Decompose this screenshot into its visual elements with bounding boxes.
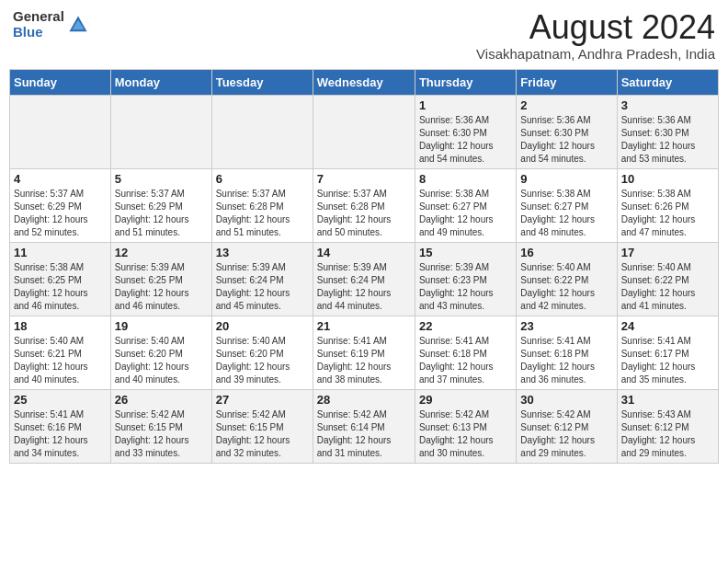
day-number: 13 <box>216 246 309 259</box>
calendar-cell: 3Sunrise: 5:36 AM Sunset: 6:30 PM Daylig… <box>617 95 718 168</box>
day-number: 7 <box>317 172 411 186</box>
day-info: Sunrise: 5:42 AM Sunset: 6:13 PM Dayligh… <box>419 408 512 460</box>
day-number: 25 <box>14 393 107 407</box>
calendar-week-2: 4Sunrise: 5:37 AM Sunset: 6:29 PM Daylig… <box>10 168 719 242</box>
day-number: 21 <box>317 319 411 333</box>
calendar-cell: 15Sunrise: 5:39 AM Sunset: 6:23 PM Dayli… <box>415 242 516 316</box>
calendar-cell: 10Sunrise: 5:38 AM Sunset: 6:26 PM Dayli… <box>617 168 718 242</box>
calendar-cell <box>10 95 111 168</box>
logo-icon <box>68 15 88 35</box>
calendar-cell: 16Sunrise: 5:40 AM Sunset: 6:22 PM Dayli… <box>517 242 617 316</box>
month-year: August 2024 <box>476 9 715 46</box>
day-number: 2 <box>520 98 612 112</box>
day-number: 15 <box>419 246 512 259</box>
day-info: Sunrise: 5:40 AM Sunset: 6:22 PM Dayligh… <box>520 261 612 313</box>
day-number: 24 <box>621 319 714 333</box>
calendar-cell: 21Sunrise: 5:41 AM Sunset: 6:19 PM Dayli… <box>313 316 415 389</box>
day-number: 8 <box>419 172 512 186</box>
day-info: Sunrise: 5:40 AM Sunset: 6:21 PM Dayligh… <box>14 335 107 386</box>
day-info: Sunrise: 5:41 AM Sunset: 6:18 PM Dayligh… <box>419 335 512 386</box>
title-block: August 2024 Visakhapatnam, Andhra Prades… <box>476 9 715 62</box>
calendar-cell: 26Sunrise: 5:42 AM Sunset: 6:15 PM Dayli… <box>110 389 211 463</box>
header-day-wednesday: Wednesday <box>313 69 415 95</box>
header-day-thursday: Thursday <box>415 69 516 95</box>
day-info: Sunrise: 5:41 AM Sunset: 6:17 PM Dayligh… <box>621 335 714 386</box>
page-header: General Blue August 2024 Visakhapatnam, … <box>9 9 719 62</box>
calendar-cell: 4Sunrise: 5:37 AM Sunset: 6:29 PM Daylig… <box>10 168 111 242</box>
day-number: 18 <box>14 319 107 333</box>
calendar-cell: 22Sunrise: 5:41 AM Sunset: 6:18 PM Dayli… <box>415 316 516 389</box>
calendar-cell: 2Sunrise: 5:36 AM Sunset: 6:30 PM Daylig… <box>517 95 617 168</box>
day-info: Sunrise: 5:41 AM Sunset: 6:16 PM Dayligh… <box>14 408 107 460</box>
day-number: 9 <box>520 172 612 186</box>
day-info: Sunrise: 5:42 AM Sunset: 6:15 PM Dayligh… <box>216 408 309 460</box>
day-number: 31 <box>621 393 714 407</box>
calendar-cell <box>110 95 211 168</box>
calendar-week-1: 1Sunrise: 5:36 AM Sunset: 6:30 PM Daylig… <box>10 95 719 168</box>
day-info: Sunrise: 5:38 AM Sunset: 6:26 PM Dayligh… <box>621 188 714 239</box>
day-number: 27 <box>216 393 309 407</box>
day-number: 11 <box>14 246 107 259</box>
day-info: Sunrise: 5:36 AM Sunset: 6:30 PM Dayligh… <box>621 114 714 166</box>
day-info: Sunrise: 5:40 AM Sunset: 6:20 PM Dayligh… <box>216 335 309 386</box>
calendar-cell: 9Sunrise: 5:38 AM Sunset: 6:27 PM Daylig… <box>517 168 617 242</box>
calendar-cell: 14Sunrise: 5:39 AM Sunset: 6:24 PM Dayli… <box>313 242 415 316</box>
day-info: Sunrise: 5:36 AM Sunset: 6:30 PM Dayligh… <box>520 114 612 166</box>
day-info: Sunrise: 5:42 AM Sunset: 6:12 PM Dayligh… <box>520 408 612 460</box>
day-number: 17 <box>621 246 714 259</box>
day-info: Sunrise: 5:37 AM Sunset: 6:28 PM Dayligh… <box>317 188 411 239</box>
day-number: 6 <box>216 172 309 186</box>
logo-blue-text: Blue <box>13 25 64 40</box>
day-info: Sunrise: 5:39 AM Sunset: 6:25 PM Dayligh… <box>115 261 208 313</box>
day-number: 20 <box>216 319 309 333</box>
day-info: Sunrise: 5:39 AM Sunset: 6:24 PM Dayligh… <box>216 261 309 313</box>
day-number: 28 <box>317 393 411 407</box>
calendar-cell: 30Sunrise: 5:42 AM Sunset: 6:12 PM Dayli… <box>517 389 617 463</box>
day-info: Sunrise: 5:37 AM Sunset: 6:28 PM Dayligh… <box>216 188 309 239</box>
header-day-monday: Monday <box>110 69 211 95</box>
day-info: Sunrise: 5:38 AM Sunset: 6:27 PM Dayligh… <box>419 188 512 239</box>
calendar-cell: 20Sunrise: 5:40 AM Sunset: 6:20 PM Dayli… <box>211 316 313 389</box>
day-info: Sunrise: 5:42 AM Sunset: 6:15 PM Dayligh… <box>115 408 208 460</box>
day-number: 30 <box>520 393 612 407</box>
day-number: 22 <box>419 319 512 333</box>
day-info: Sunrise: 5:38 AM Sunset: 6:27 PM Dayligh… <box>520 188 612 239</box>
day-number: 14 <box>317 246 411 259</box>
day-info: Sunrise: 5:42 AM Sunset: 6:14 PM Dayligh… <box>317 408 411 460</box>
day-info: Sunrise: 5:37 AM Sunset: 6:29 PM Dayligh… <box>14 188 107 239</box>
calendar-cell: 19Sunrise: 5:40 AM Sunset: 6:20 PM Dayli… <box>110 316 211 389</box>
calendar-cell: 11Sunrise: 5:38 AM Sunset: 6:25 PM Dayli… <box>10 242 111 316</box>
location: Visakhapatnam, Andhra Pradesh, India <box>476 46 715 62</box>
day-number: 10 <box>621 172 714 186</box>
day-info: Sunrise: 5:39 AM Sunset: 6:24 PM Dayligh… <box>317 261 411 313</box>
day-info: Sunrise: 5:36 AM Sunset: 6:30 PM Dayligh… <box>419 114 512 166</box>
day-number: 4 <box>14 172 107 186</box>
calendar-cell: 23Sunrise: 5:41 AM Sunset: 6:18 PM Dayli… <box>517 316 617 389</box>
day-number: 26 <box>115 393 208 407</box>
calendar-cell: 7Sunrise: 5:37 AM Sunset: 6:28 PM Daylig… <box>313 168 415 242</box>
calendar-cell <box>313 95 415 168</box>
day-number: 19 <box>115 319 208 333</box>
day-number: 5 <box>115 172 208 186</box>
calendar-cell: 12Sunrise: 5:39 AM Sunset: 6:25 PM Dayli… <box>110 242 211 316</box>
calendar-cell <box>211 95 313 168</box>
day-info: Sunrise: 5:40 AM Sunset: 6:22 PM Dayligh… <box>621 261 714 313</box>
day-number: 29 <box>419 393 512 407</box>
day-number: 1 <box>419 98 512 112</box>
calendar-cell: 31Sunrise: 5:43 AM Sunset: 6:12 PM Dayli… <box>617 389 718 463</box>
calendar-cell: 28Sunrise: 5:42 AM Sunset: 6:14 PM Dayli… <box>313 389 415 463</box>
calendar-cell: 24Sunrise: 5:41 AM Sunset: 6:17 PM Dayli… <box>617 316 718 389</box>
calendar-cell: 13Sunrise: 5:39 AM Sunset: 6:24 PM Dayli… <box>211 242 313 316</box>
day-info: Sunrise: 5:43 AM Sunset: 6:12 PM Dayligh… <box>621 408 714 460</box>
day-info: Sunrise: 5:37 AM Sunset: 6:29 PM Dayligh… <box>115 188 208 239</box>
calendar-week-5: 25Sunrise: 5:41 AM Sunset: 6:16 PM Dayli… <box>10 389 719 463</box>
day-info: Sunrise: 5:40 AM Sunset: 6:20 PM Dayligh… <box>115 335 208 386</box>
calendar-header-row: SundayMondayTuesdayWednesdayThursdayFrid… <box>10 69 719 95</box>
calendar-cell: 18Sunrise: 5:40 AM Sunset: 6:21 PM Dayli… <box>10 316 111 389</box>
calendar-cell: 6Sunrise: 5:37 AM Sunset: 6:28 PM Daylig… <box>211 168 313 242</box>
day-number: 12 <box>115 246 208 259</box>
day-info: Sunrise: 5:41 AM Sunset: 6:18 PM Dayligh… <box>520 335 612 386</box>
calendar-body: 1Sunrise: 5:36 AM Sunset: 6:30 PM Daylig… <box>10 95 719 463</box>
calendar-cell: 29Sunrise: 5:42 AM Sunset: 6:13 PM Dayli… <box>415 389 516 463</box>
calendar-cell: 5Sunrise: 5:37 AM Sunset: 6:29 PM Daylig… <box>110 168 211 242</box>
